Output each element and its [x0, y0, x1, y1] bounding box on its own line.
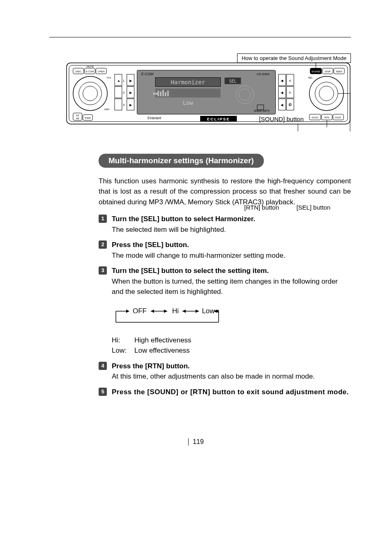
preset-5-label: 5	[289, 91, 291, 95]
play-icon-3: ▶	[129, 103, 132, 107]
effectiveness-list: Hi: High effectiveness Low: Low effectiv…	[112, 335, 351, 356]
step-1-body: The selected item will be highlighted.	[112, 226, 226, 233]
svg-point-2	[73, 76, 107, 111]
step-1: 1 Turn the [SEL] button to select Harmon…	[99, 214, 351, 235]
preset-1-label: 1	[123, 79, 125, 83]
svg-point-3	[79, 82, 102, 105]
svg-point-38	[319, 86, 334, 101]
ecom-left-label: E·COM	[86, 70, 94, 73]
svg-rect-21	[160, 91, 161, 96]
sound-btn-label: SOUND	[311, 70, 320, 73]
play-indicator-icon: ▶▶	[153, 92, 159, 95]
preset-3-label: 3	[123, 103, 125, 107]
fm-label: FM	[76, 115, 79, 117]
vol-label: VOL	[106, 76, 112, 79]
svg-point-4	[83, 86, 98, 101]
svg-marker-58	[126, 310, 129, 313]
equalizer-graphic	[155, 88, 221, 97]
eff-hi-desc: High effectiveness	[134, 335, 191, 346]
mute-label: MUTE	[87, 65, 94, 68]
prev-icon-1: ◀	[281, 79, 284, 83]
play-icon-2: ▶	[129, 91, 132, 95]
step-4: 4 Press the [RTN] button. At this time, …	[99, 361, 351, 382]
prev-icon-3: ◀	[281, 103, 284, 107]
eff-row-low: Low: Low effectiveness	[112, 345, 351, 356]
preset-4-label: 4	[289, 79, 291, 83]
display-line2: Low	[183, 99, 194, 106]
step-3: 3 Turn the [SEL] button to select the se…	[99, 266, 351, 356]
step-3-title: Turn the [SEL] button to select the sett…	[112, 267, 269, 275]
display-sel-tag: SEL	[229, 79, 237, 83]
step-number-1: 1	[99, 215, 107, 223]
fast-btn-label: FAST	[335, 116, 341, 119]
step-1-title: Turn the [SEL] button to select Harmoniz…	[112, 215, 255, 223]
step-number-3: 3	[99, 266, 107, 275]
page-number: 119	[188, 438, 204, 446]
model-text: CD 8454	[256, 72, 270, 76]
play-icon-1: ▶	[129, 79, 132, 83]
step-2-title: Press the [SEL] button.	[112, 241, 189, 249]
page-number-wrapper: 119	[0, 438, 392, 446]
step-3-body: When the button is turned, the setting i…	[112, 277, 338, 296]
svg-marker-60	[151, 310, 154, 313]
step-5-title: Press the [SOUND] or [RTN] button to exi…	[112, 388, 349, 396]
eff-hi-label: Hi:	[112, 335, 134, 346]
prev-icon-2: ◀	[281, 91, 284, 95]
step-4-title: Press the [RTN] button.	[112, 362, 190, 370]
header-rule	[49, 37, 351, 37]
step-2: 2 Press the [SEL] button. The mode will …	[99, 240, 351, 261]
cycle-svg: OFF Hi Low	[112, 304, 227, 328]
step-5: 5 Press the [SOUND] or [RTN] button to e…	[99, 387, 351, 398]
eclipse-logo: ECLIPSE	[207, 117, 230, 121]
section-heading: Multi-harmonizer settings (Harmonizer)	[99, 154, 264, 168]
preset-2-label: 2	[123, 91, 125, 95]
display-line1: Harmonizer	[171, 79, 205, 86]
step-number-4: 4	[99, 362, 107, 370]
svg-marker-64	[196, 310, 199, 313]
sel-label: SEL	[308, 76, 313, 79]
device-illustration: DISC E·COM OPEN MUTE VOL ESN FM AM PWR ▲…	[66, 62, 351, 133]
brand-left-text: E-COM	[141, 72, 153, 76]
cycle-diagram: OFF Hi Low	[112, 304, 351, 328]
func-btn-label: FUNC	[311, 116, 318, 119]
callout-sel-label: [SEL] button	[296, 204, 330, 211]
cycle-off: OFF	[133, 307, 147, 315]
car-stereo-svg: DISC E·COM OPEN MUTE VOL ESN FM AM PWR ▲…	[66, 62, 351, 132]
eff-low-label: Low:	[112, 345, 134, 356]
svg-marker-61	[164, 310, 167, 313]
svg-marker-63	[182, 310, 186, 313]
step-4-body: At this time, other adjustments can also…	[112, 372, 315, 380]
step-number-5: 5	[99, 388, 107, 396]
pwr-label: PWR	[85, 117, 91, 119]
disp-btn-label: DISP	[325, 70, 331, 73]
svg-rect-12	[115, 99, 122, 110]
callout-rtn-label: [RTN] button	[244, 204, 279, 211]
subbrand-text: SVariant	[147, 116, 161, 120]
eff-row-hi: Hi: High effectiveness	[112, 335, 351, 346]
eff-low-desc: Low effectiveness	[134, 345, 190, 356]
breadcrumb: How to operate the Sound Adjustment Mode	[237, 53, 351, 63]
rtn-btn-label: RTN	[324, 116, 329, 119]
codec-text: WMA·MP3	[254, 109, 270, 113]
esn-label: ESN	[104, 108, 109, 111]
step-2-body: The mode will change to multi-harmonizer…	[112, 252, 285, 259]
step-list: 1 Turn the [SEL] button to select Harmon…	[99, 214, 351, 397]
step-number-2: 2	[99, 240, 107, 249]
svg-rect-11	[115, 86, 122, 98]
svg-point-37	[315, 82, 338, 105]
svg-rect-22	[162, 90, 164, 96]
am-label: AM	[76, 118, 79, 120]
intro-paragraph: This function uses harmonic synthesis to…	[99, 176, 351, 208]
disc-label: DISC	[76, 70, 82, 73]
cycle-hi: Hi	[172, 307, 179, 315]
eject-icon: ▲	[117, 79, 120, 83]
svg-rect-24	[167, 90, 169, 96]
open-label: OPEN	[98, 70, 105, 73]
cycle-low: Low	[202, 307, 215, 315]
svg-rect-23	[165, 92, 166, 96]
seek-btn-label: SEEK	[336, 70, 342, 73]
